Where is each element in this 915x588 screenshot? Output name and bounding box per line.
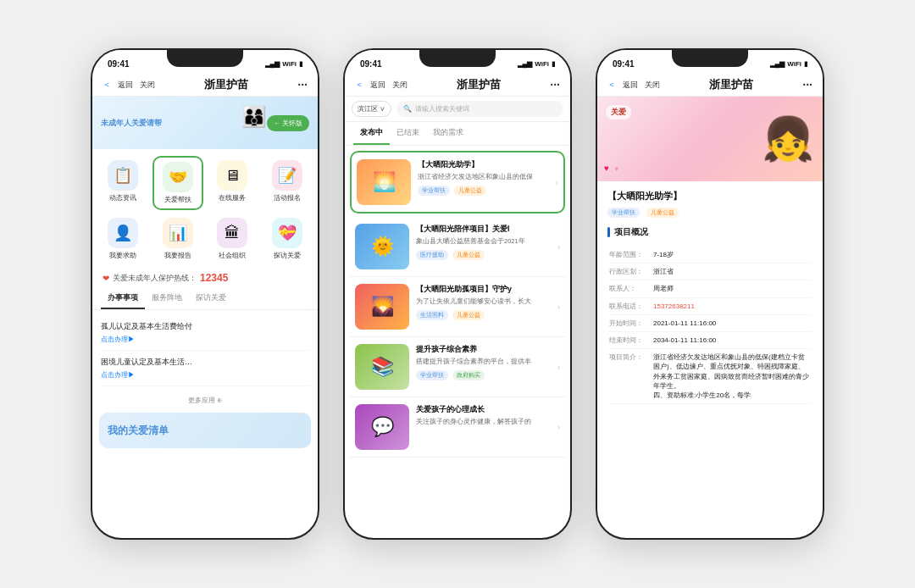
back-label-2[interactable]: 返回 xyxy=(370,80,385,91)
more-apps[interactable]: 更多应用 ⊕ xyxy=(92,391,318,409)
p3-content: 【大晒阳光助学】 学业帮扶 儿童公益 项目概况 年龄范围： 7-18岁 行政区划… xyxy=(597,181,823,537)
p3-value-3[interactable]: 15372638211 xyxy=(653,302,811,311)
org-icon-box: 🏛 xyxy=(217,218,247,248)
tab2-ended[interactable]: 已结束 xyxy=(390,122,426,145)
battery-icon-2: ▮ xyxy=(552,60,555,68)
card-info-0: 【大晒阳光助学】 浙江省经济欠发达地区和象山县的低保 学业帮扶 儿童公益 xyxy=(418,159,549,205)
back-arrow-2[interactable]: ＜ xyxy=(355,79,363,91)
card-item-0[interactable]: 🌅 【大晒阳光助学】 浙江省经济欠发达地区和象山县的低保 学业帮扶 儿童公益 › xyxy=(350,151,565,214)
bottom-banner[interactable]: 我的关爱清单 xyxy=(99,413,311,448)
card-item-2[interactable]: 🌄 【大晒阳光助孤项目】守护y 为了让失依儿童们能够安心读书，长大 生活照料 儿… xyxy=(350,277,565,337)
menu-item-activity[interactable]: 📝 活动报名 xyxy=(262,156,313,210)
nav-more-3[interactable]: ··· xyxy=(802,78,812,92)
banner1-btn[interactable]: ← 关怀版 xyxy=(267,115,309,131)
p3-info-row-3: 联系电话： 15372638211 xyxy=(609,298,811,315)
close-label-3[interactable]: 关闭 xyxy=(645,80,660,91)
card-title-4: 关爱孩子的心理成长 xyxy=(416,404,551,415)
activity-icon-box: 📝 xyxy=(272,160,302,191)
p3-value-1: 浙江省 xyxy=(653,267,811,276)
search-bar: 滨江区 ∨ 🔍 请输入搜索关键词 xyxy=(345,97,570,122)
card-info-4: 关爱孩子的心理成长 关注孩子的身心灵作健康，解答孩子的 xyxy=(416,404,551,450)
card-tag-1-1: 儿童公益 xyxy=(452,250,485,260)
help-icon-box: 👤 xyxy=(108,218,138,248)
back-label-1[interactable]: 返回 xyxy=(118,80,133,91)
affair-item-1[interactable]: 孤儿认定及基本生活费给付 点击办理▶ xyxy=(101,315,309,351)
back-label-3[interactable]: 返回 xyxy=(623,80,638,91)
report-icon: 📊 xyxy=(169,224,187,242)
p3-tag-0: 学业帮扶 xyxy=(607,208,640,218)
p3-info-row-4: 开始时间： 2021-01-11 11:16:00 xyxy=(609,315,811,332)
wifi-icon-1: WiFi xyxy=(282,60,297,68)
menu-item-service[interactable]: 🖥 在线服务 xyxy=(207,156,258,210)
search-input-box[interactable]: 🔍 请输入搜索关键词 xyxy=(396,101,563,117)
nav-left-1[interactable]: ＜ 返回 关闭 xyxy=(103,79,155,91)
p3-tag-1: 儿童公益 xyxy=(646,208,679,218)
nav-title-1: 浙里护苗 xyxy=(204,77,248,92)
card-thumb-0: 🌅 xyxy=(357,159,411,205)
card-tag-0-0: 学业帮扶 xyxy=(418,186,450,196)
close-label-1[interactable]: 关闭 xyxy=(140,80,155,91)
p3-section-label: 项目概况 xyxy=(614,226,648,238)
p3-info-table: 年龄范围： 7-18岁 行政区划： 浙江省 联系人： 周老师 联系电话： 153… xyxy=(607,245,812,406)
menu-item-help[interactable]: 👤 我要求助 xyxy=(97,214,149,264)
affair-link-2[interactable]: 点击办理▶ xyxy=(101,370,309,380)
menu-item-news[interactable]: 📋 动态资讯 xyxy=(97,156,149,210)
time-3: 09:41 xyxy=(613,59,635,69)
card-title-1: 【大晒阳光陪伴项目】关爱l xyxy=(416,224,551,235)
back-arrow-3[interactable]: ＜ xyxy=(607,79,616,91)
time-2: 09:41 xyxy=(360,59,382,69)
card-title-3: 提升孩子综合素养 xyxy=(416,344,551,355)
time-1: 09:41 xyxy=(108,59,130,69)
news-label: 动态资讯 xyxy=(109,193,136,202)
card-arrow-4: › xyxy=(557,423,560,432)
card-item-3[interactable]: 📚 提升孩子综合素养 搭建提升孩子综合素养的平台，提供丰 学业帮扶 政府购买 › xyxy=(350,337,565,397)
menu-item-care[interactable]: 🤝 关爱帮扶 xyxy=(152,156,204,210)
nav-left-2[interactable]: ＜ 返回 关闭 xyxy=(355,79,408,91)
card-item-1[interactable]: 🌞 【大晒阳光陪伴项目】关爱l 象山县大晒公益慈善基金会于2021年 医疗援助 … xyxy=(350,217,565,277)
location-btn[interactable]: 滨江区 ∨ xyxy=(352,101,391,117)
tab2-published[interactable]: 发布中 xyxy=(353,122,390,145)
notch-2 xyxy=(419,50,496,67)
service-label: 在线服务 xyxy=(219,193,246,202)
p3-info-row-2: 联系人： 周老师 xyxy=(609,280,811,297)
affair-link-1[interactable]: 点击办理▶ xyxy=(101,335,309,344)
back-arrow-1[interactable]: ＜ xyxy=(103,79,111,91)
card-thumb-icon-0: 🌅 xyxy=(373,171,396,193)
news-icon-box: 📋 xyxy=(108,160,138,191)
close-label-2[interactable]: 关闭 xyxy=(392,80,408,91)
menu-item-report[interactable]: 📊 我要报告 xyxy=(152,214,204,264)
card-desc-1: 象山县大晒公益慈善基金会于2021年 xyxy=(416,237,551,247)
signal-icon-2: ▂▄▆ xyxy=(518,60,533,68)
affair-item-2[interactable]: 困境儿童认定及基本生活… 点击办理▶ xyxy=(101,351,309,386)
card-thumb-1: 🌞 xyxy=(355,224,409,269)
menu-item-org[interactable]: 🏛 社会组织 xyxy=(207,214,258,264)
tab-service-areas[interactable]: 服务阵地 xyxy=(145,288,189,309)
card-info-2: 【大晒阳光助孤项目】守护y 为了让失依儿童们能够安心读书，长大 生活照料 儿童公… xyxy=(416,284,551,330)
service-icon-box: 🖥 xyxy=(217,160,247,191)
phone2-content: 滨江区 ∨ 🔍 请输入搜索关键词 发布中 已结束 我的需求 🌅 【大晒阳光助学】… xyxy=(345,97,570,537)
nav-more-1[interactable]: ··· xyxy=(297,78,308,92)
hotline-prefix: 关爱未成年人保护热线： xyxy=(113,273,197,284)
card-desc-4: 关注孩子的身心灵作健康，解答孩子的 xyxy=(416,418,551,427)
p3-label-0: 年龄范围： xyxy=(609,250,653,259)
phone-1: 09:41 ▂▄▆ WiFi ▮ ＜ 返回 关闭 浙里护苗 ··· 未成年人关爱… xyxy=(91,48,319,540)
news-icon: 📋 xyxy=(114,166,132,185)
banner1: 未成年人关爱请帮 👨‍👩‍👦 ← 关怀版 xyxy=(92,97,318,149)
p3-label-2: 联系人： xyxy=(609,284,653,293)
tab-affairs[interactable]: 办事事项 xyxy=(101,288,145,309)
activity-icon: 📝 xyxy=(278,166,297,185)
phone3-content: 关爱 ♥ ♥ 👧 【大晒阳光助学】 学业帮扶 儿童公益 项目概况 年龄范围： 7… xyxy=(597,97,823,537)
org-icon: 🏛 xyxy=(225,225,240,242)
nav-more-2[interactable]: ··· xyxy=(550,78,560,92)
hotline-number[interactable]: 12345 xyxy=(200,272,228,284)
p3-info-row-0: 年龄范围： 7-18岁 xyxy=(609,247,811,263)
card-desc-3: 搭建提升孩子综合素养的平台，提供丰 xyxy=(416,358,551,367)
card-thumb-2: 🌄 xyxy=(355,284,409,330)
tab-visit[interactable]: 探访关爱 xyxy=(189,288,233,309)
menu-item-visit[interactable]: 💝 探访关爱 xyxy=(262,214,313,264)
nav-left-3[interactable]: ＜ 返回 关闭 xyxy=(607,79,660,91)
nav-title-3: 浙里护苗 xyxy=(709,77,753,92)
card-thumb-icon-4: 💬 xyxy=(371,416,394,438)
tab2-myneeds[interactable]: 我的需求 xyxy=(426,122,470,145)
card-item-4[interactable]: 💬 关爱孩子的心理成长 关注孩子的身心灵作健康，解答孩子的 › xyxy=(350,397,565,458)
